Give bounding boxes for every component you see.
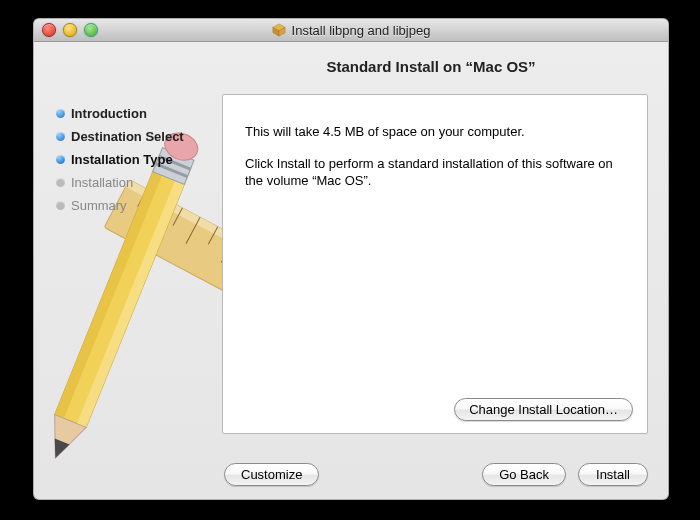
- svg-marker-2: [279, 27, 285, 36]
- step-label: Installation: [71, 175, 133, 190]
- content-panel: This will take 4.5 MB of space on your c…: [222, 94, 648, 434]
- steps-sidebar: Introduction Destination Select Installa…: [56, 102, 216, 217]
- bullet-icon: [56, 109, 65, 118]
- step-introduction: Introduction: [56, 102, 216, 125]
- step-destination-select: Destination Select: [56, 125, 216, 148]
- svg-marker-1: [272, 27, 278, 36]
- space-required-text: This will take 4.5 MB of space on your c…: [245, 123, 625, 141]
- step-label: Summary: [71, 198, 127, 213]
- svg-marker-23: [40, 415, 87, 465]
- step-installation-type: Installation Type: [56, 148, 216, 171]
- zoom-icon[interactable]: [84, 23, 98, 37]
- window-title-text: Install libpng and libjpeg: [292, 23, 431, 38]
- close-icon[interactable]: [42, 23, 56, 37]
- step-installation: Installation: [56, 171, 216, 194]
- step-label: Destination Select: [71, 129, 184, 144]
- page-title: Standard Install on “Mac OS”: [194, 42, 668, 85]
- footer: Customize Go Back Install: [34, 463, 668, 486]
- svg-marker-24: [48, 438, 70, 461]
- traffic-lights: [42, 23, 98, 37]
- customize-button[interactable]: Customize: [224, 463, 319, 486]
- go-back-button[interactable]: Go Back: [482, 463, 566, 486]
- step-label: Installation Type: [71, 152, 173, 167]
- svg-line-8: [186, 217, 200, 243]
- bullet-icon: [56, 178, 65, 187]
- step-label: Introduction: [71, 106, 147, 121]
- titlebar: Install libpng and libjpeg: [34, 19, 668, 42]
- change-install-location-button[interactable]: Change Install Location…: [454, 398, 633, 421]
- svg-line-9: [208, 227, 217, 245]
- install-description-text: Click Install to perform a standard inst…: [245, 155, 625, 190]
- bullet-icon: [56, 132, 65, 141]
- minimize-icon[interactable]: [63, 23, 77, 37]
- svg-marker-0: [272, 24, 284, 31]
- window-title: Install libpng and libjpeg: [34, 23, 668, 38]
- package-icon: [272, 23, 286, 37]
- install-button[interactable]: Install: [578, 463, 648, 486]
- window-body: Standard Install on “Mac OS” Introductio…: [34, 42, 668, 500]
- bullet-icon: [56, 155, 65, 164]
- step-summary: Summary: [56, 194, 216, 217]
- bullet-icon: [56, 201, 65, 210]
- installer-window: Install libpng and libjpeg Standard Inst…: [33, 18, 669, 500]
